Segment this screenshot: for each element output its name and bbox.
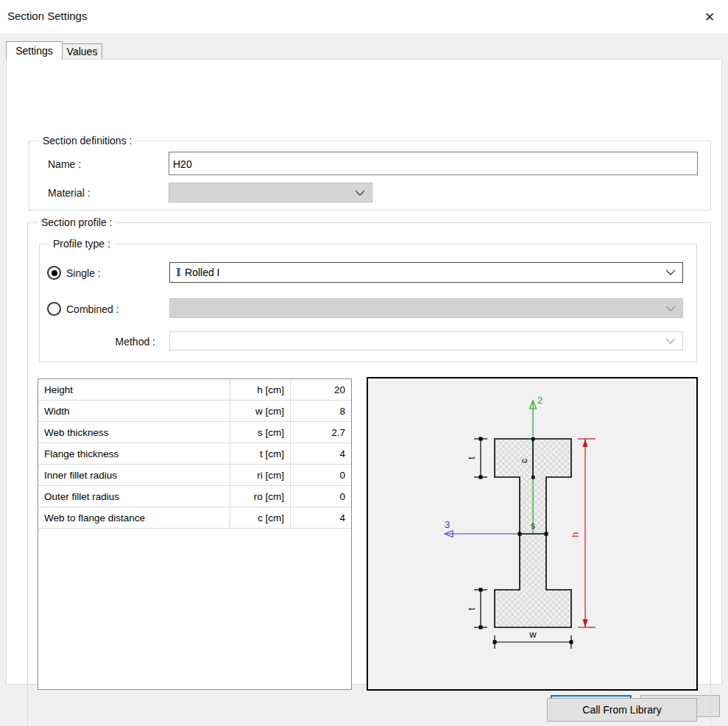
dim-t-bottom: t [467,588,487,630]
dim-symbol: h [cm] [230,379,291,400]
section-profile-legend: Section profile : [38,216,116,228]
dim-w: w [493,629,573,649]
name-label: Name : [48,158,81,170]
chevron-down-icon [665,306,676,311]
profile-type-group: Profile type : Single : I Rolled I Combi… [39,244,697,362]
settings-tab-page: Section definitions : Name : Material : … [6,59,722,685]
chevron-down-icon [665,269,676,275]
table-row: Height h [cm] 20 [38,379,351,401]
dim-w-label: w [529,629,537,640]
dim-s-label: s [531,521,535,531]
dim-value[interactable]: 0 [291,465,351,485]
dim-h-label: h [570,532,581,537]
axis-3-label: 3 [445,519,450,530]
dim-value[interactable]: 20 [291,379,351,400]
dim-value[interactable]: 4 [291,507,351,528]
dim-t-top: t [467,437,487,479]
dim-c-label: c [519,459,529,463]
combined-label: Combined : [66,303,119,315]
axis-2-label: 2 [537,395,543,406]
dim-value[interactable]: 0 [291,486,351,507]
name-input[interactable] [169,152,698,175]
dim-symbol: w [cm] [230,401,291,421]
method-select[interactable] [169,331,683,350]
dim-name: Web thickness [38,422,230,443]
tab-settings[interactable]: Settings [6,41,63,60]
section-definitions-group: Section definitions : Name : Material : [29,141,711,211]
dim-name: Web to flange distance [38,507,230,528]
chevron-down-icon [355,190,365,196]
table-row: Web thickness s [cm] 2.7 [38,422,351,443]
window-title: Section Settings [7,10,87,22]
section-definitions-legend: Section definitions : [40,135,135,147]
dim-t-bottom-label: t [467,607,477,610]
section-dimensions-table: Height h [cm] 20 Width w [cm] 8 Web thic… [38,378,352,690]
close-icon[interactable]: ✕ [700,7,719,27]
dim-value[interactable]: 4 [291,443,351,464]
section-profile-group: Section profile : Profile type : Single … [27,222,711,726]
single-label: Single : [66,267,101,279]
single-profile-value: Rolled I [185,267,219,278]
single-radio[interactable] [47,266,61,280]
dim-symbol: t [cm] [230,443,291,464]
material-label: Material : [48,187,91,199]
tab-values[interactable]: Values [63,43,102,60]
dim-value[interactable]: 8 [291,401,351,421]
single-profile-select[interactable]: I Rolled I [169,262,683,283]
combined-radio[interactable] [47,302,61,316]
table-row: Outer fillet radius ro [cm] 0 [38,486,351,507]
dim-value[interactable]: 2.7 [291,422,351,443]
combined-profile-select [169,298,683,318]
title-bar: Section Settings ✕ [0,0,728,33]
call-from-library-button[interactable]: Call From Library [547,698,697,722]
dim-name: Inner fillet radius [38,465,230,485]
dim-symbol: s [cm] [230,422,291,443]
dim-h: h [570,439,596,627]
method-label: Method : [82,336,155,348]
i-section-diagram: 2 3 c [368,378,696,689]
section-preview: 2 3 c [367,377,698,691]
dim-name: Flange thickness [38,443,230,464]
table-row: Width w [cm] 8 [38,401,351,422]
material-select[interactable] [169,183,372,202]
dim-t-top-label: t [467,457,477,459]
dim-symbol: ri [cm] [230,465,291,485]
profile-type-legend: Profile type : [50,238,113,250]
table-row: Inner fillet radius ri [cm] 0 [38,465,351,486]
dim-symbol: c [cm] [230,507,291,528]
dim-symbol: ro [cm] [230,486,291,507]
chevron-down-icon [665,338,676,344]
table-row: Flange thickness t [cm] 4 [38,443,351,465]
axis-3: 3 [445,519,520,538]
i-beam-icon: I [176,266,181,279]
dim-name: Height [38,379,230,400]
dim-name: Outer fillet radius [38,486,230,507]
table-row: Web to flange distance c [cm] 4 [38,507,351,529]
dim-name: Width [38,401,230,421]
